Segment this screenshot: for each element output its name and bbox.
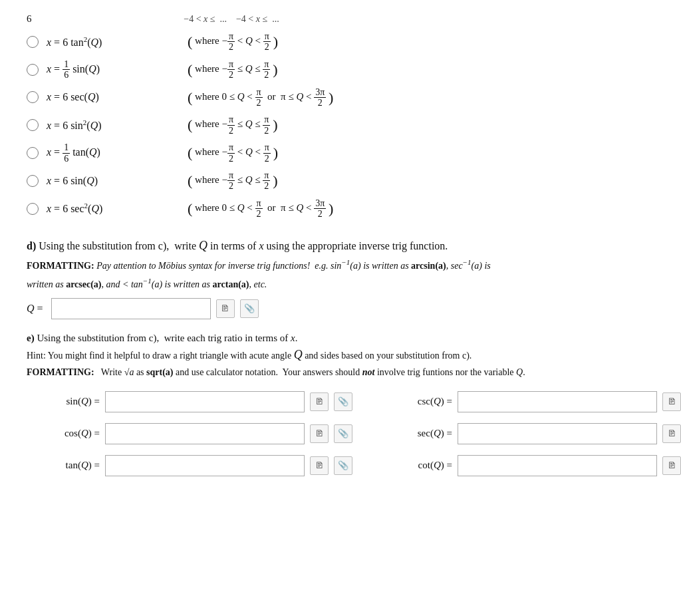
section-d-formatting-2: written as arcsec(a), and < tan−1(a) is … <box>27 277 654 290</box>
section-d-heading: d) Using the substitution from c), write… <box>27 239 654 253</box>
csc-q-row: csc(Q) = 🖹 📎 <box>379 391 681 412</box>
option-2-row: x = 16 sin(Q) ( where −π2 ≤ Q ≤ π2 ) <box>27 59 654 80</box>
section-e-formatting: FORMATTING: Write √a as sqrt(a) and use … <box>27 367 654 378</box>
tan-q-label: tan(Q) = <box>27 460 100 471</box>
q-answer-input[interactable] <box>51 298 211 319</box>
option-6-expr[interactable]: x = 6 sin(Q) <box>47 175 180 187</box>
formula-icon-sin[interactable]: 🖹 <box>310 392 329 411</box>
option-4-condition: ( where −π2 ≤ Q ≤ π2 ) <box>188 114 277 136</box>
option-1-expr[interactable]: x = 6 tan2(Q) <box>47 35 180 49</box>
sec-q-input[interactable] <box>458 423 657 444</box>
option-3-radio[interactable] <box>27 91 39 103</box>
option-3-row: x = 6 sec(Q) ( where 0 ≤ Q < π2 or π ≤ Q… <box>27 87 654 108</box>
option-4-expr[interactable]: x = 6 sin2(Q) <box>47 118 180 132</box>
option-1-radio[interactable] <box>27 36 39 48</box>
option-4-radio[interactable] <box>27 119 39 131</box>
sec-q-label: sec(Q) = <box>379 428 452 439</box>
option-2-condition: ( where −π2 ≤ Q ≤ π2 ) <box>188 59 277 80</box>
option-6-condition: ( where −π2 ≤ Q ≤ π2 ) <box>188 170 277 192</box>
formula-icon-cot[interactable]: 🖹 <box>662 456 681 475</box>
option-7-radio[interactable] <box>27 203 39 215</box>
q-input-row: Q = 🖹 📎 <box>27 298 654 319</box>
cos-q-label: cos(Q) = <box>27 428 100 439</box>
tan-q-input[interactable] <box>105 455 305 476</box>
section-e-heading: e) Using the substitution from c), write… <box>27 333 654 344</box>
csc-q-input[interactable] <box>458 391 657 412</box>
section-d: d) Using the substitution from c), write… <box>27 239 654 319</box>
formatting-label-e: FORMATTING: <box>27 367 94 377</box>
cos-q-input[interactable] <box>105 423 305 444</box>
option-3-expr[interactable]: x = 6 sec(Q) <box>47 91 180 103</box>
cot-q-row: cot(Q) = 🖹 📎 <box>379 455 681 476</box>
option-5-radio[interactable] <box>27 147 39 159</box>
option-2-expr[interactable]: x = 16 sin(Q) <box>47 59 180 80</box>
csc-q-label: csc(Q) = <box>379 396 452 407</box>
attach-icon-cos[interactable]: 📎 <box>334 424 352 443</box>
cos-q-row: cos(Q) = 🖹 📎 <box>27 423 352 444</box>
option-3-condition: ( where 0 ≤ Q < π2 or π ≤ Q < 3π2 ) <box>188 87 333 108</box>
section-d-label: d) <box>27 240 36 251</box>
formula-icon-d1[interactable]: 🖹 <box>216 299 235 318</box>
section-e-label: e) <box>27 333 35 343</box>
option-7-row: x = 6 sec2(Q) ( where 0 ≤ Q < π2 or π ≤ … <box>27 198 654 220</box>
option-2-radio[interactable] <box>27 64 39 76</box>
trig-fields-grid: sin(Q) = 🖹 📎 csc(Q) = 🖹 📎 cos(Q) = 🖹 📎 s… <box>27 391 654 476</box>
section-e: e) Using the substitution from c), write… <box>27 333 654 476</box>
cot-q-input[interactable] <box>458 455 657 476</box>
sec-q-row: sec(Q) = 🖹 📎 <box>379 423 681 444</box>
top-equation-strip: 6 −4 < x ≤ ... −4 < x ≤ ... <box>27 13 654 25</box>
option-4-row: x = 6 sin2(Q) ( where −π2 ≤ Q ≤ π2 ) <box>27 114 654 136</box>
tan-q-row: tan(Q) = 🖹 📎 <box>27 455 352 476</box>
option-6-radio[interactable] <box>27 175 39 187</box>
q-equals-label: Q = <box>27 303 43 315</box>
sin-q-row: sin(Q) = 🖹 📎 <box>27 391 352 412</box>
section-d-formatting: FORMATTING: Pay attention to Möbius synt… <box>27 258 654 271</box>
formatting-label-d: FORMATTING: <box>27 261 94 271</box>
attach-icon-sin[interactable]: 📎 <box>334 392 352 411</box>
option-5-row: x = 16 tan(Q) ( where −π2 < Q < π2 ) <box>27 142 654 164</box>
option-1-condition: ( where −π2 < Q < π2 ) <box>188 31 278 53</box>
attach-icon-tan[interactable]: 📎 <box>334 456 352 475</box>
formula-icon-cos[interactable]: 🖹 <box>310 424 329 443</box>
formula-icon-tan[interactable]: 🖹 <box>310 456 329 475</box>
option-6-row: x = 6 sin(Q) ( where −π2 ≤ Q ≤ π2 ) <box>27 170 654 192</box>
option-5-expr[interactable]: x = 16 tan(Q) <box>47 142 180 164</box>
section-e-hint: Hint: You might find it helpful to draw … <box>27 348 654 362</box>
option-1-row: x = 6 tan2(Q) ( where −π2 < Q < π2 ) <box>27 31 654 53</box>
formatting-text-d: Pay attention to Möbius syntax for inver… <box>96 261 411 271</box>
formula-icon-sec[interactable]: 🖹 <box>662 424 681 443</box>
attach-icon-d1[interactable]: 📎 <box>240 299 259 318</box>
sin-q-input[interactable] <box>105 391 305 412</box>
option-7-condition: ( where 0 ≤ Q < π2 or π ≤ Q < 3π2 ) <box>188 198 333 220</box>
option-5-condition: ( where −π2 < Q < π2 ) <box>188 142 278 164</box>
formula-icon-csc[interactable]: 🖹 <box>662 392 681 411</box>
sin-q-label: sin(Q) = <box>27 396 100 407</box>
option-7-expr[interactable]: x = 6 sec2(Q) <box>47 202 180 215</box>
cot-q-label: cot(Q) = <box>379 460 452 471</box>
